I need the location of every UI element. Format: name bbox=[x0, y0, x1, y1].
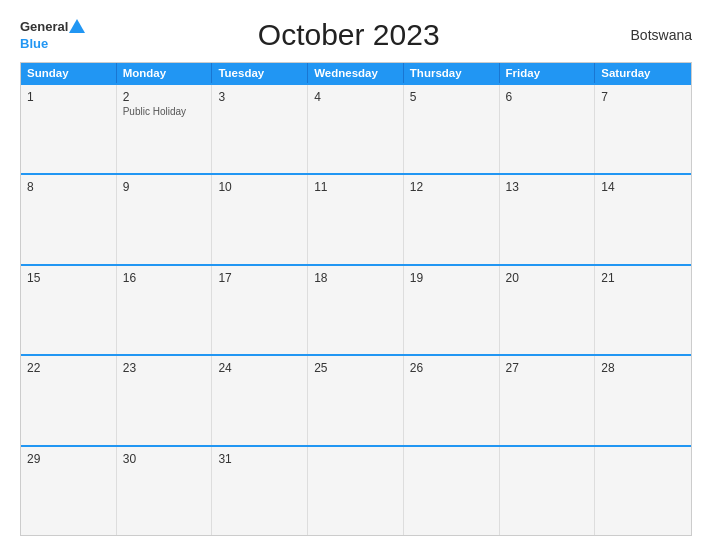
day-cell: 15 bbox=[21, 266, 117, 354]
day-cell: 1 bbox=[21, 85, 117, 173]
page: General Blue October 2023 Botswana Sunda… bbox=[0, 0, 712, 550]
day-cell: 7 bbox=[595, 85, 691, 173]
weeks-container: 12Public Holiday345678910111213141516171… bbox=[21, 83, 691, 535]
calendar-title: October 2023 bbox=[85, 18, 612, 52]
day-number: 28 bbox=[601, 361, 685, 375]
day-cell: 23 bbox=[117, 356, 213, 444]
day-cell: 9 bbox=[117, 175, 213, 263]
day-header-tuesday: Tuesday bbox=[212, 63, 308, 83]
day-cell: 22 bbox=[21, 356, 117, 444]
header: General Blue October 2023 Botswana bbox=[20, 18, 692, 52]
day-number: 24 bbox=[218, 361, 301, 375]
day-number: 18 bbox=[314, 271, 397, 285]
day-number: 25 bbox=[314, 361, 397, 375]
day-number: 4 bbox=[314, 90, 397, 104]
day-number: 16 bbox=[123, 271, 206, 285]
day-number: 3 bbox=[218, 90, 301, 104]
day-number: 1 bbox=[27, 90, 110, 104]
day-cell: 10 bbox=[212, 175, 308, 263]
day-number: 10 bbox=[218, 180, 301, 194]
logo-triangle-icon bbox=[69, 19, 85, 33]
day-number: 9 bbox=[123, 180, 206, 194]
day-number: 11 bbox=[314, 180, 397, 194]
day-number: 30 bbox=[123, 452, 206, 466]
logo: General Blue bbox=[20, 19, 85, 52]
day-cell: 12 bbox=[404, 175, 500, 263]
week-row-3: 15161718192021 bbox=[21, 264, 691, 354]
day-cell: 2Public Holiday bbox=[117, 85, 213, 173]
day-header-monday: Monday bbox=[117, 63, 213, 83]
day-header-thursday: Thursday bbox=[404, 63, 500, 83]
day-cell: 19 bbox=[404, 266, 500, 354]
day-number: 29 bbox=[27, 452, 110, 466]
logo-general-text: General bbox=[20, 19, 68, 34]
day-header-friday: Friday bbox=[500, 63, 596, 83]
day-cell: 31 bbox=[212, 447, 308, 535]
day-cell: 24 bbox=[212, 356, 308, 444]
week-row-5: 293031 bbox=[21, 445, 691, 535]
day-number: 19 bbox=[410, 271, 493, 285]
day-cell: 13 bbox=[500, 175, 596, 263]
day-cell: 17 bbox=[212, 266, 308, 354]
day-cell: 21 bbox=[595, 266, 691, 354]
day-cell: 20 bbox=[500, 266, 596, 354]
day-cell bbox=[404, 447, 500, 535]
day-number: 6 bbox=[506, 90, 589, 104]
day-number: 5 bbox=[410, 90, 493, 104]
day-cell: 25 bbox=[308, 356, 404, 444]
day-cell: 18 bbox=[308, 266, 404, 354]
day-cell: 16 bbox=[117, 266, 213, 354]
day-number: 17 bbox=[218, 271, 301, 285]
day-cell: 6 bbox=[500, 85, 596, 173]
country-label: Botswana bbox=[612, 27, 692, 43]
day-number: 22 bbox=[27, 361, 110, 375]
day-number: 14 bbox=[601, 180, 685, 194]
day-cell bbox=[308, 447, 404, 535]
day-cell: 30 bbox=[117, 447, 213, 535]
svg-marker-0 bbox=[69, 19, 85, 33]
day-number: 13 bbox=[506, 180, 589, 194]
day-number: 23 bbox=[123, 361, 206, 375]
week-row-2: 891011121314 bbox=[21, 173, 691, 263]
day-cell: 29 bbox=[21, 447, 117, 535]
day-number: 15 bbox=[27, 271, 110, 285]
day-cell: 14 bbox=[595, 175, 691, 263]
day-cell bbox=[500, 447, 596, 535]
day-number: 31 bbox=[218, 452, 301, 466]
day-headers-row: SundayMondayTuesdayWednesdayThursdayFrid… bbox=[21, 63, 691, 83]
day-cell bbox=[595, 447, 691, 535]
day-number: 12 bbox=[410, 180, 493, 194]
day-cell: 26 bbox=[404, 356, 500, 444]
week-row-1: 12Public Holiday34567 bbox=[21, 83, 691, 173]
day-cell: 4 bbox=[308, 85, 404, 173]
holiday-label: Public Holiday bbox=[123, 106, 206, 117]
day-cell: 11 bbox=[308, 175, 404, 263]
day-cell: 5 bbox=[404, 85, 500, 173]
calendar: SundayMondayTuesdayWednesdayThursdayFrid… bbox=[20, 62, 692, 536]
day-header-sunday: Sunday bbox=[21, 63, 117, 83]
day-cell: 27 bbox=[500, 356, 596, 444]
day-header-saturday: Saturday bbox=[595, 63, 691, 83]
day-number: 27 bbox=[506, 361, 589, 375]
day-number: 20 bbox=[506, 271, 589, 285]
day-number: 26 bbox=[410, 361, 493, 375]
day-number: 8 bbox=[27, 180, 110, 194]
day-cell: 28 bbox=[595, 356, 691, 444]
day-number: 7 bbox=[601, 90, 685, 104]
day-number: 2 bbox=[123, 90, 206, 104]
day-cell: 8 bbox=[21, 175, 117, 263]
logo-blue-text: Blue bbox=[20, 36, 48, 51]
week-row-4: 22232425262728 bbox=[21, 354, 691, 444]
day-header-wednesday: Wednesday bbox=[308, 63, 404, 83]
day-cell: 3 bbox=[212, 85, 308, 173]
day-number: 21 bbox=[601, 271, 685, 285]
